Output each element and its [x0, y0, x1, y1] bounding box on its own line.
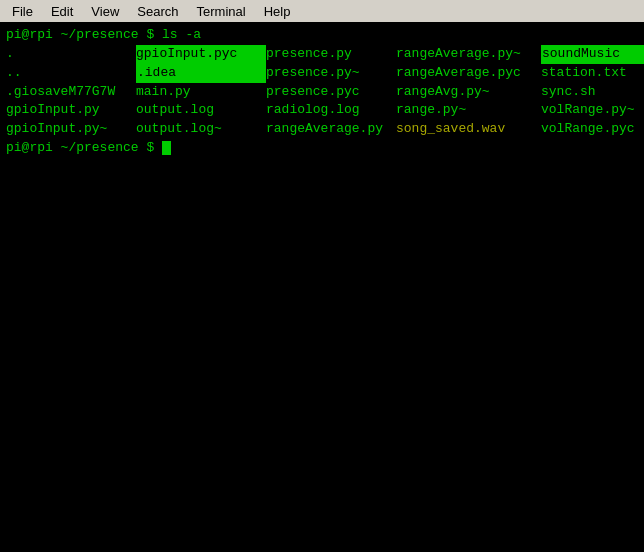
file-volRangePyc: volRange.pyc [541, 120, 644, 139]
menu-file[interactable]: File [4, 2, 41, 21]
file-rangeAveragePyTilde: rangeAverage.py~ [396, 45, 541, 64]
file-volRangePyTilde: volRange.py~ [541, 101, 644, 120]
file-gpioInputPy: gpioInput.py [6, 101, 136, 120]
file-presencePyTilde: presence.py~ [266, 64, 396, 83]
file-outputLog: output.log [136, 101, 266, 120]
file-radiologLog: radiolog.log [266, 101, 396, 120]
terminal[interactable]: pi@rpi ~/presence $ ls -a . gpioInput.py… [0, 22, 644, 552]
file-songSavedWav: song_saved.wav [396, 120, 541, 139]
file-dotdot: .. [6, 64, 136, 83]
file-idea: .idea [136, 64, 266, 83]
prompt-final: pi@rpi ~/presence $ [6, 139, 638, 158]
file-stationTxt: station.txt [541, 64, 644, 83]
menu-edit[interactable]: Edit [43, 2, 81, 21]
file-syncSh: sync.sh [541, 83, 644, 102]
file-rangePyTilde: range.py~ [396, 101, 541, 120]
file-rangeAveragePyc: rangeAverage.pyc [396, 64, 541, 83]
prompt-ls: pi@rpi ~/presence $ ls -a [6, 26, 638, 45]
menu-help[interactable]: Help [256, 2, 299, 21]
menu-terminal[interactable]: Terminal [189, 2, 254, 21]
file-gpioInputPyTilde: gpioInput.py~ [6, 120, 136, 139]
ls-output: . gpioInput.pyc presence.py rangeAverage… [6, 45, 638, 139]
file-rangeAveragePy: rangeAverage.py [266, 120, 396, 139]
cursor [162, 141, 171, 155]
menu-view[interactable]: View [83, 2, 127, 21]
file-rangeAvgPyTilde: rangeAvg.py~ [396, 83, 541, 102]
file-giosave: .giosaveM77G7W [6, 83, 136, 102]
menubar: File Edit View Search Terminal Help [0, 0, 644, 22]
file-mainPy: main.py [136, 83, 266, 102]
file-presencePyc: presence.pyc [266, 83, 396, 102]
file-dot: . [6, 45, 136, 64]
menu-search[interactable]: Search [129, 2, 186, 21]
file-presencePy: presence.py [266, 45, 396, 64]
file-gpioInputPyc: gpioInput.pyc [136, 45, 266, 64]
file-outputLogTilde: output.log~ [136, 120, 266, 139]
file-soundMusic: soundMusic [541, 45, 644, 64]
